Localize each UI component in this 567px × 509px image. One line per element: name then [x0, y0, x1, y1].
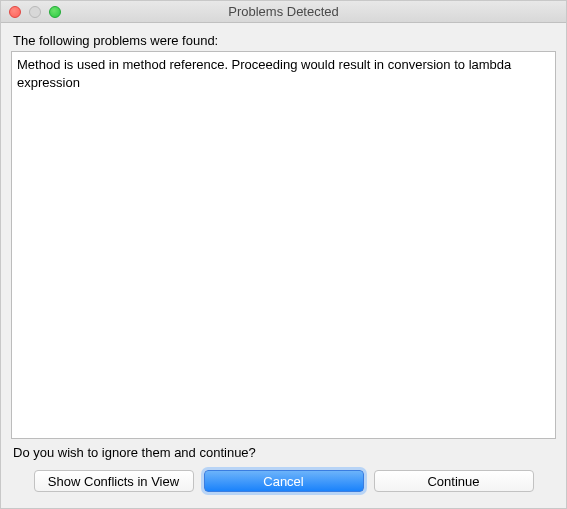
dialog-content: The following problems were found: Metho…: [1, 23, 566, 508]
button-row: Show Conflicts in View Cancel Continue: [11, 470, 556, 498]
close-icon[interactable]: [9, 6, 21, 18]
cancel-button[interactable]: Cancel: [204, 470, 364, 492]
show-conflicts-button[interactable]: Show Conflicts in View: [34, 470, 194, 492]
problems-list[interactable]: Method is used in method reference. Proc…: [11, 51, 556, 439]
titlebar: Problems Detected: [1, 1, 566, 23]
confirmation-prompt: Do you wish to ignore them and continue?: [13, 445, 556, 460]
problems-heading: The following problems were found:: [13, 33, 556, 48]
zoom-icon[interactable]: [49, 6, 61, 18]
dialog-window: Problems Detected The following problems…: [0, 0, 567, 509]
problem-item: Method is used in method reference. Proc…: [17, 56, 550, 91]
minimize-icon: [29, 6, 41, 18]
continue-button[interactable]: Continue: [374, 470, 534, 492]
window-title: Problems Detected: [1, 4, 566, 19]
traffic-lights: [9, 6, 61, 18]
